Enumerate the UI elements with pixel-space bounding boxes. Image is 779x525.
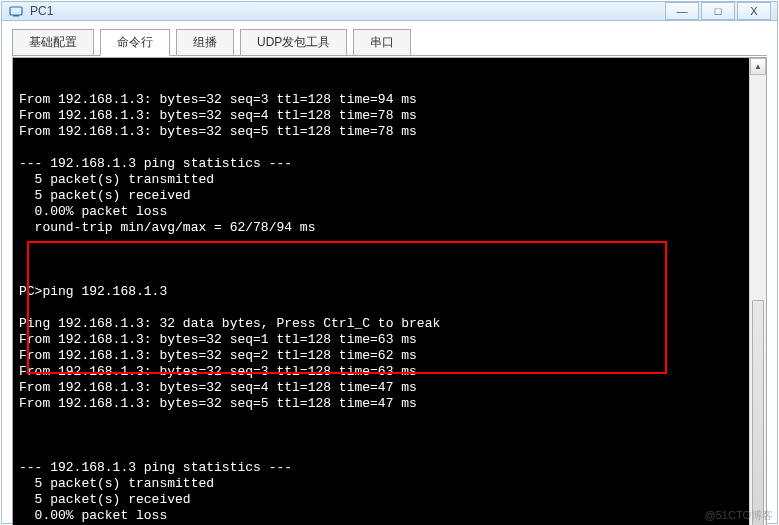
terminal[interactable]: From 192.168.1.3: bytes=32 seq=3 ttl=128…	[12, 57, 767, 525]
tab-udp-tool[interactable]: UDP发包工具	[240, 29, 347, 56]
terminal-line: round-trip min/avg/max = 62/78/94 ms	[19, 220, 760, 236]
terminal-line: 5 packet(s) received	[19, 188, 760, 204]
window-title: PC1	[30, 4, 663, 18]
terminal-line: From 192.168.1.3: bytes=32 seq=3 ttl=128…	[19, 92, 760, 108]
terminal-line: From 192.168.1.3: bytes=32 seq=5 ttl=128…	[19, 396, 760, 412]
terminal-line: --- 192.168.1.3 ping statistics ---	[19, 460, 760, 476]
terminal-line: From 192.168.1.3: bytes=32 seq=1 ttl=128…	[19, 332, 760, 348]
window-controls: — □ X	[663, 2, 771, 20]
terminal-line: From 192.168.1.3: bytes=32 seq=4 ttl=128…	[19, 380, 760, 396]
close-button[interactable]: X	[737, 2, 771, 20]
terminal-line: 5 packet(s) transmitted	[19, 172, 760, 188]
app-icon	[8, 3, 24, 19]
terminal-line	[19, 300, 760, 316]
tab-strip: 基础配置 命令行 组播 UDP发包工具 串口	[2, 21, 777, 56]
maximize-button[interactable]: □	[701, 2, 735, 20]
tab-serial[interactable]: 串口	[353, 29, 411, 56]
tab-command-line[interactable]: 命令行	[100, 29, 170, 56]
terminal-line: 0.00% packet loss	[19, 204, 760, 220]
tab-multicast[interactable]: 组播	[176, 29, 234, 56]
minimize-button[interactable]: —	[665, 2, 699, 20]
title-bar: PC1 — □ X	[2, 2, 777, 21]
terminal-container: From 192.168.1.3: bytes=32 seq=3 ttl=128…	[2, 57, 777, 525]
tab-basic-config[interactable]: 基础配置	[12, 29, 94, 56]
scroll-up-button[interactable]: ▲	[750, 58, 766, 75]
terminal-line	[19, 236, 760, 252]
terminal-line: PC>ping 192.168.1.3	[19, 284, 760, 300]
svg-rect-1	[13, 15, 19, 17]
scroll-thumb[interactable]	[752, 300, 764, 525]
scrollbar[interactable]: ▲ ▼	[749, 58, 766, 525]
terminal-line: From 192.168.1.3: bytes=32 seq=4 ttl=128…	[19, 108, 760, 124]
terminal-line: From 192.168.1.3: bytes=32 seq=3 ttl=128…	[19, 364, 760, 380]
terminal-line: --- 192.168.1.3 ping statistics ---	[19, 156, 760, 172]
terminal-line: 5 packet(s) received	[19, 492, 760, 508]
scroll-track[interactable]	[750, 75, 766, 525]
app-window: PC1 — □ X 基础配置 命令行 组播 UDP发包工具 串口 From 19…	[1, 1, 778, 524]
svg-rect-0	[10, 7, 22, 15]
terminal-line: 5 packet(s) transmitted	[19, 476, 760, 492]
terminal-line	[19, 140, 760, 156]
terminal-line: Ping 192.168.1.3: 32 data bytes, Press C…	[19, 316, 760, 332]
terminal-line: 0.00% packet loss	[19, 508, 760, 524]
terminal-line	[19, 444, 760, 460]
terminal-line: From 192.168.1.3: bytes=32 seq=2 ttl=128…	[19, 348, 760, 364]
terminal-line: From 192.168.1.3: bytes=32 seq=5 ttl=128…	[19, 124, 760, 140]
